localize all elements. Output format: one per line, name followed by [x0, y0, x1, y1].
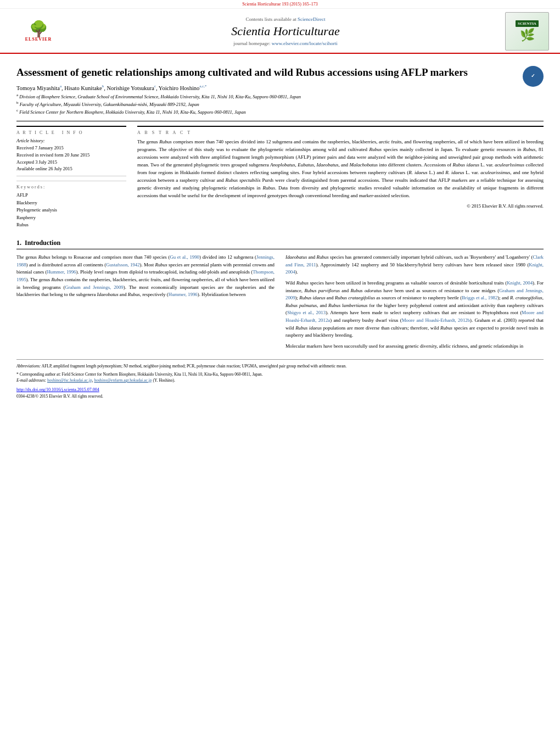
ref-moore-hoashi-2012b[interactable]: Moore and Hoashi-Erhardt, 2012b — [402, 317, 470, 323]
ref-briggs-1982[interactable]: Briggs et al., 1982 — [462, 295, 497, 300]
sciencedirect-link[interactable]: ScienceDirect — [298, 16, 325, 22]
intro-left-col: The genus Rubus belongs to Rosaceae and … — [16, 254, 275, 354]
page: Scientia Horticulturae 193 (2015) 165–17… — [0, 0, 560, 742]
introduction-heading: 1. Introduction — [16, 239, 544, 249]
abbreviations-line: Abbreviations: AFLP, amplified fragment … — [16, 363, 544, 369]
article-info-abstract-section: A R T I C L E I N F O Article history: R… — [16, 126, 544, 232]
section-number: 1. — [16, 239, 21, 247]
elsevier-brand: ELSEVIER — [25, 37, 52, 42]
introduction-body: The genus Rubus belongs to Rosaceae and … — [16, 254, 544, 354]
affiliations: a Division of Biosphere Science, Graduat… — [16, 93, 544, 115]
doi-line: http://dx.doi.org/10.1016/j.scienta.2015… — [16, 387, 544, 393]
abstract-text: The genus Rubus comprises more than 740 … — [137, 138, 544, 200]
keyword-raspberry: Raspberry — [16, 214, 126, 222]
journal-name-header: Scientia Horticulturae — [77, 24, 494, 38]
ref-shigyo-2013[interactable]: Shigyo et al., 2013 — [287, 310, 326, 315]
corresponding-author-line: * Corresponding author at: Field Science… — [16, 371, 544, 377]
received-revised-date: Received in revised form 20 June 2015 — [16, 152, 126, 159]
ref-graham-jennings-2009[interactable]: Graham and Jennings, 2009 — [65, 284, 123, 290]
elsevier-logo: 🌳 ELSEVIER — [11, 21, 66, 42]
email-link-2[interactable]: hoshino@enfarm.agr.hokudai.ac.jp — [94, 378, 152, 383]
accepted-date: Accepted 3 July 2015 — [16, 159, 126, 166]
keyword-phylogenetic: Phylogenetic analysis — [16, 207, 126, 214]
ref-gu-1990[interactable]: Gu et al., 1990 — [170, 254, 199, 260]
intro-para-4: Molecular markers have been successfully… — [285, 343, 544, 350]
article-info-column: A R T I C L E I N F O Article history: R… — [16, 126, 126, 232]
affiliation-a: a Division of Biosphere Science, Graduat… — [16, 93, 544, 101]
ref-hummer-1996[interactable]: Hummer, 1996 — [47, 269, 76, 275]
section-label: Introduction — [25, 239, 60, 247]
article-title: Assessment of genetic relationships amon… — [16, 66, 544, 80]
intro-right-col: Idaeobatus and Rubus species has generat… — [285, 254, 544, 354]
elsevier-tree-icon: 🌳 — [29, 21, 48, 37]
journal-logo-image: SCIENTIA 🌿 — [505, 12, 549, 51]
journal-volume-info: Scientia Horticulturae 193 (2015) 165–17… — [242, 2, 318, 7]
ref-hummer-1996b[interactable]: Hummer, 1996 — [169, 292, 198, 297]
intro-para-3: Wild Rubus species have been utilized in… — [285, 280, 544, 339]
homepage-link[interactable]: www.elsevier.com/locate/scihorti — [272, 41, 338, 46]
footnote-area: Abbreviations: AFLP, amplified fragment … — [16, 359, 544, 400]
abstract-box: A B S T R A C T The genus Rubus comprise… — [137, 126, 544, 212]
affiliation-c: c Field Science Center for Northern Bios… — [16, 108, 544, 116]
keywords-box: Keywords: AFLP Blackberry Phylogenetic a… — [16, 181, 126, 232]
journal-homepage: journal homepage: www.elsevier.com/locat… — [77, 41, 494, 46]
sciencedirect-info: Contents lists available at ScienceDirec… — [77, 16, 494, 22]
abstract-heading: A B S T R A C T — [137, 130, 544, 135]
journal-center: Contents lists available at ScienceDirec… — [66, 16, 505, 46]
authors-line: Tomoya Miyashitaa, Hisato Kunitakeb, Nor… — [16, 84, 544, 91]
intro-para-2: Idaeobatus and Rubus species has generat… — [285, 254, 544, 276]
doi-link[interactable]: http://dx.doi.org/10.1016/j.scienta.2015… — [16, 387, 99, 392]
keywords-heading: Keywords: — [16, 185, 126, 189]
affiliation-b: b Faculty of Agriculture, Miyazaki Unive… — [16, 101, 544, 108]
available-online-date: Available online 26 July 2015 — [16, 165, 126, 172]
keyword-aflp: AFLP — [16, 192, 126, 199]
abstract-copyright: © 2015 Elsevier B.V. All rights reserved… — [137, 203, 544, 209]
ref-knight-2004[interactable]: Knight, 2004 — [285, 262, 544, 275]
main-content: Assessment of genetic relationships amon… — [0, 54, 560, 411]
ref-jennings-1988[interactable]: Jennings, 1988 — [16, 254, 275, 267]
ref-gustafsson-1942[interactable]: Gustafsson, 1942 — [106, 262, 139, 267]
journal-logo-icon: 🌿 — [520, 28, 535, 42]
received-date: Received 7 January 2015 — [16, 144, 126, 152]
article-title-container: Assessment of genetic relationships amon… — [16, 66, 544, 80]
ref-knight-2004b[interactable]: Knight, 2004 — [507, 280, 533, 286]
keyword-blackberry: Blackberry — [16, 199, 126, 207]
email-line: E-mail addresses: hoshino@fsc.hokudai.ac… — [16, 377, 544, 383]
article-history-label: Article history: — [16, 137, 126, 144]
crossmark-badge: ✓ — [523, 66, 544, 87]
journal-header: 🌳 ELSEVIER Contents lists available at S… — [0, 9, 560, 54]
abstract-column: A B S T R A C T The genus Rubus comprise… — [137, 126, 544, 232]
article-info-heading: A R T I C L E I N F O — [16, 130, 126, 135]
intro-para-1: The genus Rubus belongs to Rosaceae and … — [16, 254, 275, 299]
article-info-box: A R T I C L E I N F O Article history: R… — [16, 126, 126, 176]
keyword-rubus: Rubus — [16, 221, 126, 229]
top-journal-info: Scientia Horticulturae 193 (2015) 165–17… — [0, 0, 560, 9]
title-divider — [16, 121, 544, 121]
email-link-1[interactable]: hoshino@fsc.hokudai.ac.jp — [47, 378, 92, 383]
bottom-copyright: 0304-4238/© 2015 Elsevier B.V. All right… — [16, 393, 544, 399]
